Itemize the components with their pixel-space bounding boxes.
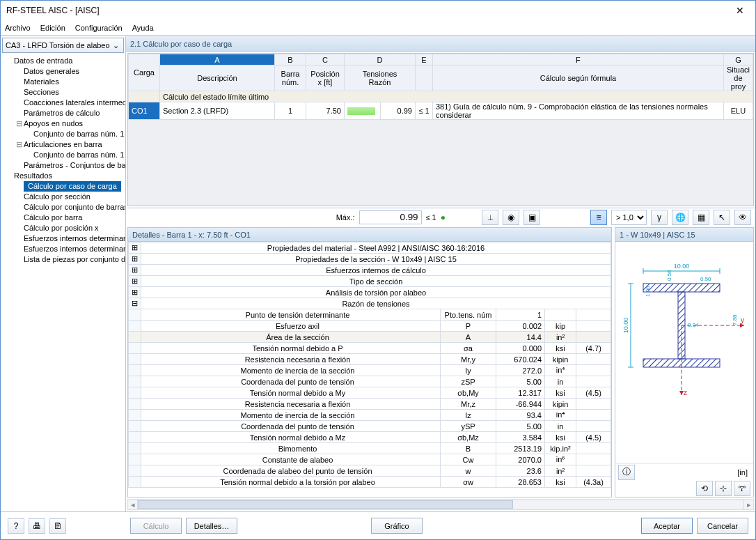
svg-text:10.00: 10.00: [622, 318, 629, 334]
results-table[interactable]: Carga A B C D E F G Descripción Barranúm…: [128, 54, 753, 120]
detail-row[interactable]: Constante de alabeoCw2070.0in⁶: [129, 454, 611, 465]
detail-row[interactable]: Tensión normal debido a la torsión por a…: [129, 477, 611, 488]
tree-node[interactable]: Datos de entrada: [1, 56, 125, 66]
detail-row[interactable]: Coordenada de alabeo del punto de tensió…: [129, 465, 611, 477]
calc-button[interactable]: Cálculo: [130, 518, 182, 534]
menu-ayuda[interactable]: Ayuda: [132, 24, 154, 32]
scroll-right-icon[interactable]: ▸: [743, 500, 753, 509]
ok-button[interactable]: Aceptar: [641, 518, 693, 534]
tree-node[interactable]: Resultados: [1, 171, 125, 181]
tree-node[interactable]: ⊟Apoyos en nudos: [1, 118, 125, 129]
detail-row[interactable]: Resistencia necesaria a flexiónMr,z-66.9…: [129, 399, 611, 410]
menu-edicion[interactable]: Edición: [40, 24, 65, 32]
chevron-down-icon: ⌄: [113, 41, 119, 50]
col-letter-b[interactable]: B: [275, 54, 306, 65]
col-letter-e[interactable]: E: [416, 54, 433, 65]
col-letter-g[interactable]: G: [723, 54, 753, 65]
tree-node[interactable]: Parámetros - Conjuntos de barras: [1, 160, 125, 171]
tree-node[interactable]: Coacciones laterales intermedias: [1, 98, 125, 108]
detail-row[interactable]: Área de la secciónA14.4in²: [129, 332, 611, 343]
tree-node[interactable]: Cálculo por caso de carga: [1, 181, 125, 192]
detail-row[interactable]: Tensión normal debido a Mzσb,Mz3.584ksi(…: [129, 432, 611, 443]
sidebar: CA3 - LRFD Torsión de alabeo ⌄ Datos de …: [1, 36, 126, 511]
col-letter-a[interactable]: A: [160, 54, 275, 65]
ratio-bar: [347, 107, 375, 115]
view-icon-3[interactable]: 🝖: [734, 481, 750, 496]
tree-node[interactable]: Esfuerzos internos determinantes: [1, 244, 125, 254]
col-load[interactable]: Carga: [129, 54, 160, 91]
tb-icon-5[interactable]: 🌐: [672, 210, 688, 225]
section-drawing[interactable]: 10.00 10.00 0.56 0.50 1.06 0.34 7.88: [615, 242, 753, 463]
details-table[interactable]: ⊞Propiedades del material - Steel A992 |…: [128, 242, 611, 488]
menu-configuracion[interactable]: Configuración: [75, 24, 123, 32]
tree-node[interactable]: ⊟Articulaciones en barra: [1, 139, 125, 150]
tb-icon-4[interactable]: γ: [651, 210, 668, 225]
footer: ? 🖶 🖹 Cálculo Detalles… Gráfico Aceptar …: [1, 511, 755, 539]
max-value-input[interactable]: [359, 210, 422, 224]
svg-rect-1: [643, 284, 720, 292]
close-icon[interactable]: ✕: [730, 5, 750, 16]
view-icon-2[interactable]: ⊹: [715, 481, 732, 496]
detail-row[interactable]: Momento de inercia de la secciónIz93.4in…: [129, 410, 611, 421]
print-icon[interactable]: 🖶: [29, 518, 45, 534]
help-icon[interactable]: ?: [8, 518, 24, 534]
detail-row[interactable]: Momento de inercia de la secciónIy272.0i…: [129, 365, 611, 376]
window-title: RF-STEEL AISC - [AISC]: [6, 6, 730, 15]
expand-icon[interactable]: ⊟: [129, 298, 141, 309]
tree-node[interactable]: Cálculo por posición x: [1, 223, 125, 233]
col-letter-c[interactable]: C: [306, 54, 345, 65]
table-row[interactable]: CO1 Section 2.3 (LRFD) 1 7.50 0.99 ≤ 1 3…: [129, 102, 753, 120]
check-icon: ●: [441, 213, 446, 222]
tree-node[interactable]: Lista de piezas por conjunto de barras: [1, 254, 125, 265]
details-button[interactable]: Detalles…: [186, 518, 237, 534]
menu-archivo[interactable]: Archivo: [5, 24, 31, 32]
tree-node[interactable]: Cálculo por barra: [1, 213, 125, 223]
case-selector[interactable]: CA3 - LRFD Torsión de alabeo ⌄: [2, 38, 124, 53]
view-icon-1[interactable]: ⟲: [696, 481, 713, 496]
detail-row[interactable]: Coordenada del punto de tensiónzSP5.00in: [129, 376, 611, 387]
scroll-left-icon[interactable]: ◂: [128, 500, 138, 509]
cancel-button[interactable]: Cancelar: [697, 518, 748, 534]
svg-text:7.88: 7.88: [732, 314, 738, 325]
tree-node[interactable]: Secciones: [1, 87, 125, 98]
detail-row[interactable]: Punto de tensión determinantePto.tens. n…: [129, 309, 611, 321]
tree-node[interactable]: Materiales: [1, 77, 125, 87]
expand-icon[interactable]: ⊞: [129, 242, 141, 254]
expand-icon[interactable]: ⊞: [129, 254, 141, 265]
export-icon[interactable]: 🖹: [49, 518, 66, 534]
tree-node[interactable]: Esfuerzos internos determinantes: [1, 233, 125, 244]
tree-node[interactable]: Cálculo por sección: [1, 192, 125, 202]
scrollbar-thumb[interactable]: [138, 500, 513, 509]
detail-row[interactable]: Tensión normal debido a Pσa0.000ksi(4.7): [129, 343, 611, 354]
graph-button[interactable]: Gráfico: [371, 518, 423, 534]
eye-icon[interactable]: 👁: [734, 210, 751, 225]
main-panel: 2.1 Cálculo por caso de carga Carga A B …: [126, 36, 755, 511]
scale-select[interactable]: > 1,0: [611, 210, 647, 225]
filter-icon[interactable]: ≡: [590, 210, 607, 225]
col-letter-f[interactable]: F: [433, 54, 724, 65]
tree-node[interactable]: Conjunto de barras núm. 1: [1, 129, 125, 139]
max-compare: ≤ 1: [426, 213, 436, 222]
tb-icon-2[interactable]: ◉: [503, 210, 519, 225]
horizontal-scrollbar[interactable]: ◂ ▸: [127, 499, 754, 510]
detail-row[interactable]: BimomentoB2513.19kip.in²: [129, 443, 611, 454]
tree-node[interactable]: Conjunto de barras núm. 1: [1, 150, 125, 160]
excel-export-icon[interactable]: ▦: [693, 210, 709, 225]
titlebar: RF-STEEL AISC - [AISC] ✕: [1, 1, 755, 20]
tb-icon-6[interactable]: ↖: [714, 210, 730, 225]
expand-icon[interactable]: ⊞: [129, 287, 141, 298]
detail-row[interactable]: Tensión normal debido a Myσb,My12.317ksi…: [129, 387, 611, 399]
expand-icon[interactable]: ⊞: [129, 276, 141, 287]
tree-node[interactable]: Parámetros de cálculo: [1, 108, 125, 118]
detail-row[interactable]: Esfuerzo axilP0.002kip: [129, 321, 611, 332]
detail-row[interactable]: Coordenada del punto de tensiónySP5.00in: [129, 421, 611, 432]
col-letter-d[interactable]: D: [345, 54, 416, 65]
tb-icon-1[interactable]: ⟂: [482, 210, 498, 225]
tb-icon-3[interactable]: ▣: [523, 210, 540, 225]
detail-row[interactable]: Resistencia necesaria a flexiónMr,y670.0…: [129, 354, 611, 365]
results-grid: Carga A B C D E F G Descripción Barranúm…: [127, 53, 754, 206]
expand-icon[interactable]: ⊞: [129, 265, 141, 276]
tree-node[interactable]: Cálculo por conjunto de barras: [1, 202, 125, 213]
tree-node[interactable]: Datos generales: [1, 66, 125, 77]
info-icon[interactable]: ⓘ: [618, 465, 635, 480]
